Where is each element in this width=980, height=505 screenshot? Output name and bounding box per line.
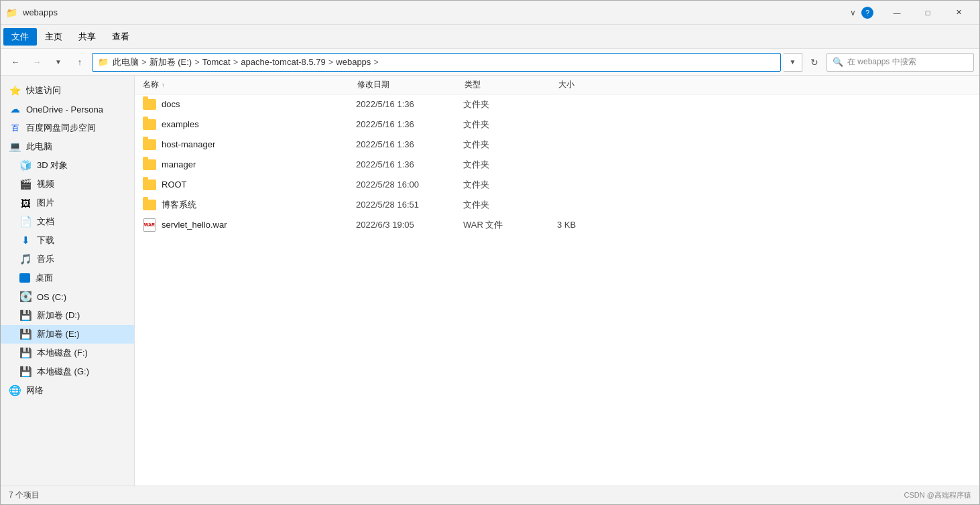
column-header: 名称 ↑ 修改日期 类型 大小 bbox=[135, 76, 979, 94]
sidebar-item-download[interactable]: ⬇ 下载 bbox=[1, 231, 134, 250]
recent-locations-button[interactable]: ▼ bbox=[49, 53, 68, 72]
sidebar-item-local-g[interactable]: 💾 本地磁盘 (G:) bbox=[1, 362, 134, 381]
sidebar-label-thispc: 此电脑 bbox=[26, 141, 52, 153]
close-button[interactable]: ✕ bbox=[943, 3, 974, 23]
file-size-war: 3 KB bbox=[557, 220, 624, 230]
menu-bar: 文件 主页 共享 查看 bbox=[1, 25, 979, 49]
folder-icon-host-manager bbox=[143, 138, 156, 151]
desktop-icon bbox=[19, 273, 30, 283]
help-icon[interactable]: ? bbox=[861, 7, 873, 19]
minimize-button[interactable]: — bbox=[881, 3, 912, 23]
sidebar-label-baidu: 百度网盘同步空间 bbox=[26, 122, 96, 134]
sidebar-item-onedrive[interactable]: ☁ OneDrive - Persona bbox=[1, 100, 134, 119]
up-button[interactable]: ↑ bbox=[70, 53, 89, 72]
address-bar: ← → ▼ ↑ 📁 此电脑 > 新加卷 (E:) > Tomcat > apac… bbox=[1, 49, 979, 76]
file-item-manager[interactable]: manager 2022/5/16 1:36 文件夹 bbox=[135, 155, 979, 175]
file-item-examples[interactable]: examples 2022/5/16 1:36 文件夹 bbox=[135, 115, 979, 135]
sort-arrow: ↑ bbox=[162, 82, 165, 88]
col-header-size[interactable]: 大小 bbox=[558, 79, 625, 90]
sidebar-label-picture: 图片 bbox=[37, 197, 54, 209]
network-icon: 🌐 bbox=[9, 384, 21, 396]
refresh-button[interactable]: ↻ bbox=[805, 53, 824, 72]
expand-icon[interactable]: ∨ bbox=[850, 8, 856, 17]
sidebar-label-desktop: 桌面 bbox=[36, 272, 53, 284]
file-item-war[interactable]: WAR servlet_hello.war 2022/6/3 19:05 WAR… bbox=[135, 215, 979, 235]
window-title: webapps bbox=[23, 7, 850, 17]
address-breadcrumb[interactable]: 📁 此电脑 > 新加卷 (E:) > Tomcat > apache-tomca… bbox=[92, 53, 781, 72]
sidebar-label-new-e: 新加卷 (E:) bbox=[37, 328, 80, 340]
video-icon: 🎬 bbox=[19, 178, 32, 190]
sidebar-label-local-f: 本地磁盘 (F:) bbox=[37, 347, 88, 359]
sidebar-label-music: 音乐 bbox=[37, 253, 54, 265]
file-type-docs: 文件夹 bbox=[463, 98, 557, 111]
folder-icon-examples bbox=[143, 118, 156, 131]
file-date-examples: 2022/5/16 1:36 bbox=[356, 119, 463, 129]
col-header-type[interactable]: 类型 bbox=[465, 79, 558, 90]
breadcrumb-thispc[interactable]: 此电脑 bbox=[113, 56, 139, 68]
title-bar-controls: — □ ✕ bbox=[881, 3, 974, 23]
new-e-icon: 💾 bbox=[19, 328, 32, 340]
sidebar-item-desktop[interactable]: 桌面 bbox=[1, 269, 134, 287]
sidebar-label-download: 下载 bbox=[37, 234, 54, 246]
file-name-manager: manager bbox=[162, 159, 356, 169]
download-icon: ⬇ bbox=[19, 234, 32, 246]
col-header-name[interactable]: 名称 ↑ bbox=[143, 79, 357, 90]
breadcrumb-tomcat[interactable]: Tomcat bbox=[202, 57, 231, 67]
sidebar-item-baidu[interactable]: 百 百度网盘同步空间 bbox=[1, 119, 134, 137]
os-c-icon: 💽 bbox=[19, 291, 32, 303]
col-header-date[interactable]: 修改日期 bbox=[357, 79, 465, 90]
search-box[interactable]: 🔍 在 webapps 中搜索 bbox=[826, 53, 974, 72]
title-bar: 📁 webapps ∨ ? — □ ✕ bbox=[1, 1, 979, 25]
sidebar-item-local-f[interactable]: 💾 本地磁盘 (F:) bbox=[1, 344, 134, 362]
menu-item-home[interactable]: 主页 bbox=[37, 28, 70, 46]
file-list: docs 2022/5/16 1:36 文件夹 examples 2022/5/… bbox=[135, 94, 979, 235]
breadcrumb-webapps[interactable]: webapps bbox=[336, 57, 371, 67]
breadcrumb-apache[interactable]: apache-tomcat-8.5.79 bbox=[241, 57, 325, 67]
sidebar-label-local-g: 本地磁盘 (G:) bbox=[37, 366, 89, 378]
status-bar: 7 个项目 CSDN @高端程序猿 bbox=[1, 486, 979, 504]
file-item-host-manager[interactable]: host-manager 2022/5/16 1:36 文件夹 bbox=[135, 135, 979, 155]
sidebar-item-doc[interactable]: 📄 文档 bbox=[1, 212, 134, 231]
sidebar-item-network[interactable]: 🌐 网络 bbox=[1, 381, 134, 400]
forward-button[interactable]: → bbox=[27, 53, 46, 72]
folder-icon-docs bbox=[143, 98, 156, 111]
menu-item-view[interactable]: 查看 bbox=[104, 28, 137, 46]
file-type-blog: 文件夹 bbox=[463, 199, 557, 211]
sidebar-item-music[interactable]: 🎵 音乐 bbox=[1, 250, 134, 269]
3d-icon: 🧊 bbox=[19, 159, 32, 171]
sidebar-item-new-d[interactable]: 💾 新加卷 (D:) bbox=[1, 306, 134, 325]
file-name-root: ROOT bbox=[162, 179, 356, 190]
sidebar-label-quick-access: 快速访问 bbox=[26, 84, 61, 96]
sidebar-item-video[interactable]: 🎬 视频 bbox=[1, 175, 134, 194]
file-type-manager: 文件夹 bbox=[463, 159, 557, 171]
file-item-root[interactable]: ROOT 2022/5/28 16:00 文件夹 bbox=[135, 175, 979, 195]
file-date-docs: 2022/5/16 1:36 bbox=[356, 99, 463, 109]
maximize-button[interactable]: □ bbox=[912, 3, 943, 23]
folder-icon-blog bbox=[143, 198, 156, 212]
sidebar-label-new-d: 新加卷 (D:) bbox=[37, 309, 80, 321]
file-item-docs[interactable]: docs 2022/5/16 1:36 文件夹 bbox=[135, 94, 979, 115]
sidebar-item-quick-access[interactable]: ⭐ 快速访问 bbox=[1, 81, 134, 100]
sidebar-label-network: 网络 bbox=[26, 384, 44, 396]
address-dropdown-button[interactable]: ▼ bbox=[784, 53, 802, 72]
sidebar-item-thispc[interactable]: 💻 此电脑 bbox=[1, 137, 134, 156]
sidebar-item-os-c[interactable]: 💽 OS (C:) bbox=[1, 287, 134, 306]
sidebar-label-video: 视频 bbox=[37, 178, 54, 190]
menu-item-share[interactable]: 共享 bbox=[70, 28, 104, 46]
sidebar-item-new-e[interactable]: 💾 新加卷 (E:) bbox=[1, 325, 134, 344]
file-item-blog[interactable]: 博客系统 2022/5/28 16:51 文件夹 bbox=[135, 195, 979, 215]
file-date-blog: 2022/5/28 16:51 bbox=[356, 200, 463, 210]
file-name-war: servlet_hello.war bbox=[162, 220, 356, 230]
file-name-docs: docs bbox=[162, 99, 356, 109]
menu-item-file[interactable]: 文件 bbox=[3, 28, 37, 46]
file-name-examples: examples bbox=[162, 119, 356, 129]
sidebar-item-3d[interactable]: 🧊 3D 对象 bbox=[1, 156, 134, 175]
sidebar-label-doc: 文档 bbox=[37, 216, 54, 228]
sidebar-label-os-c: OS (C:) bbox=[37, 292, 66, 302]
back-button[interactable]: ← bbox=[6, 53, 25, 72]
local-g-icon: 💾 bbox=[19, 366, 32, 378]
sidebar-item-picture[interactable]: 🖼 图片 bbox=[1, 194, 134, 212]
body-area: ⭐ 快速访问 ☁ OneDrive - Persona 百 百度网盘同步空间 💻… bbox=[1, 76, 979, 487]
sidebar: ⭐ 快速访问 ☁ OneDrive - Persona 百 百度网盘同步空间 💻… bbox=[1, 76, 135, 487]
breadcrumb-newvol-e[interactable]: 新加卷 (E:) bbox=[149, 56, 192, 68]
